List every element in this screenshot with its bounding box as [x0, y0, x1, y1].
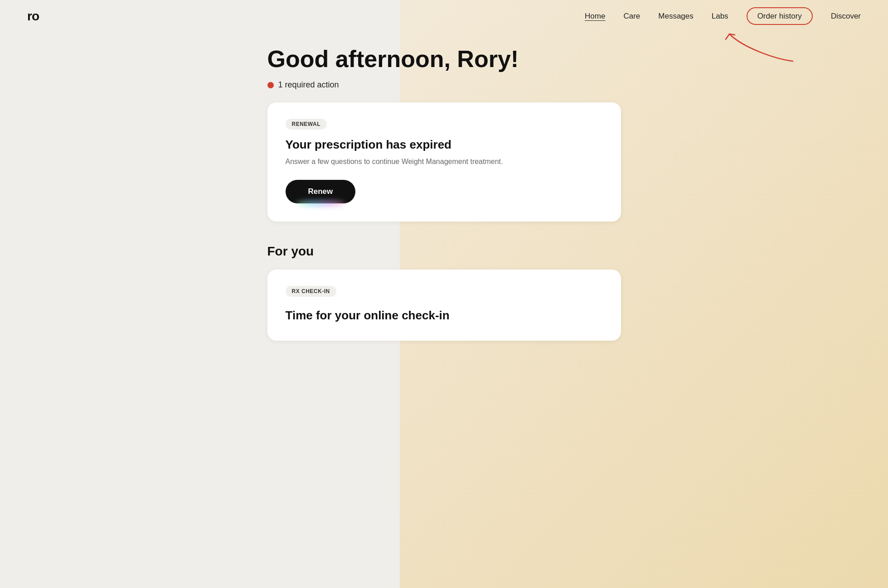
required-action-row: 1 required action: [267, 80, 621, 90]
rx-checkin-badge: RX CHECK-IN: [286, 286, 336, 297]
nav-link-home[interactable]: Home: [585, 12, 605, 20]
renewal-card: RENEWAL Your prescription has expired An…: [267, 102, 621, 222]
nav-links: Home Care Messages Labs Order history Di…: [585, 12, 861, 21]
renewal-badge: RENEWAL: [286, 119, 327, 130]
nav-link-care[interactable]: Care: [623, 12, 640, 20]
rx-checkin-card-title: Time for your online check-in: [286, 308, 603, 323]
rx-checkin-card: RX CHECK-IN Time for your online check-i…: [267, 270, 621, 341]
greeting-heading: Good afternoon, Rory!: [267, 46, 621, 72]
nav-item-home[interactable]: Home: [585, 12, 605, 21]
nav-link-messages[interactable]: Messages: [658, 12, 693, 20]
navigation: ro Home Care Messages Labs Order history…: [0, 0, 888, 33]
nav-link-order-history[interactable]: Order history: [747, 7, 813, 25]
nav-item-order-history[interactable]: Order history: [747, 12, 813, 21]
renewal-card-description: Answer a few questions to continue Weigh…: [286, 156, 603, 167]
nav-item-care[interactable]: Care: [623, 12, 640, 21]
nav-link-discover[interactable]: Discover: [831, 12, 861, 20]
main-content: Good afternoon, Rory! 1 required action …: [240, 33, 648, 368]
nav-link-labs[interactable]: Labs: [712, 12, 728, 20]
nav-item-labs[interactable]: Labs: [712, 12, 728, 21]
required-action-text: 1 required action: [278, 80, 339, 90]
for-you-heading: For you: [267, 244, 621, 259]
renew-button[interactable]: Renew: [286, 180, 356, 203]
for-you-section: For you RX CHECK-IN Time for your online…: [267, 244, 621, 341]
nav-item-discover[interactable]: Discover: [831, 12, 861, 21]
renewal-card-title: Your prescription has expired: [286, 138, 603, 152]
logo[interactable]: ro: [27, 9, 39, 24]
nav-item-messages[interactable]: Messages: [658, 12, 693, 21]
red-dot-icon: [267, 82, 274, 88]
